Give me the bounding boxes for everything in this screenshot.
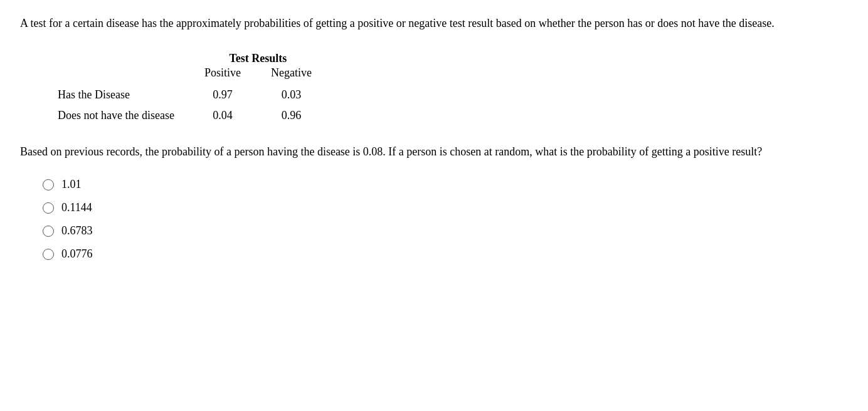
answer-options: 1.01 0.1144 0.6783 0.0776 <box>20 178 848 261</box>
radio-button-4[interactable] <box>43 249 54 260</box>
probability-table: Test Results Positive Negative Has the D… <box>58 49 327 126</box>
negative-header: Negative <box>256 66 327 85</box>
option-label-3: 0.6783 <box>61 224 93 237</box>
row-label-disease: Has the Disease <box>58 85 189 105</box>
table-section: Test Results Positive Negative Has the D… <box>20 49 848 126</box>
test-results-header: Test Results <box>189 49 327 66</box>
cell-no-disease-positive: 0.04 <box>189 105 256 126</box>
cell-disease-negative: 0.03 <box>256 85 327 105</box>
empty-header <box>58 49 189 66</box>
radio-button-1[interactable] <box>43 179 54 190</box>
positive-header: Positive <box>189 66 256 85</box>
empty-subheader <box>58 66 189 85</box>
option-label-4: 0.0776 <box>61 247 93 261</box>
intro-text: A test for a certain disease has the app… <box>20 15 835 32</box>
question-text: Based on previous records, the probabili… <box>20 143 835 160</box>
cell-disease-positive: 0.97 <box>189 85 256 105</box>
option-label-1: 1.01 <box>61 178 82 191</box>
table-row: Does not have the disease 0.04 0.96 <box>58 105 327 126</box>
option-item-3[interactable]: 0.6783 <box>43 224 848 237</box>
table-row: Has the Disease 0.97 0.03 <box>58 85 327 105</box>
radio-button-2[interactable] <box>43 202 54 214</box>
option-item-1[interactable]: 1.01 <box>43 178 848 191</box>
row-label-no-disease: Does not have the disease <box>58 105 189 126</box>
radio-button-3[interactable] <box>43 226 54 237</box>
option-item-4[interactable]: 0.0776 <box>43 247 848 261</box>
option-item-2[interactable]: 0.1144 <box>43 201 848 214</box>
cell-no-disease-negative: 0.96 <box>256 105 327 126</box>
option-label-2: 0.1144 <box>61 201 92 214</box>
